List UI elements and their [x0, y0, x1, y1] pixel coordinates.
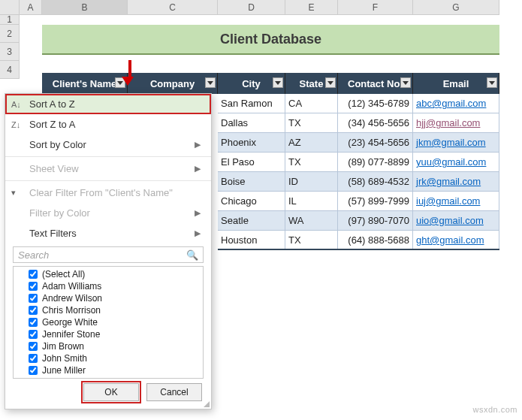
ok-button[interactable]: OK	[83, 383, 139, 401]
resize-grip-icon[interactable]	[204, 401, 210, 407]
cell-city[interactable]: San Ramon	[218, 94, 285, 113]
row-header-1[interactable]: 1	[0, 15, 20, 25]
cell-state[interactable]: TX	[285, 231, 338, 249]
email-link[interactable]: iuj@gmail.com	[416, 195, 480, 207]
cell-email[interactable]: hjj@gmail.com	[413, 113, 499, 132]
filter-check-item[interactable]: (Select All)	[29, 268, 203, 280]
filter-check-item[interactable]: Jennifer Stone	[29, 328, 203, 340]
row-header-2[interactable]: 2	[0, 25, 20, 43]
filter-search-input[interactable]: Search 🔍	[13, 246, 204, 263]
text-filters[interactable]: Text Filters ▶	[5, 223, 211, 243]
table-row[interactable]: BoiseID(58) 689-4532jrk@gmail.com	[218, 172, 499, 192]
menu-label: Text Filters	[29, 228, 77, 239]
cell-city[interactable]: El Paso	[218, 153, 285, 171]
col-header-d[interactable]: D	[218, 0, 285, 15]
filter-check-item[interactable]: John Smith	[29, 352, 203, 364]
filter-dropdown-contact[interactable]	[400, 77, 411, 88]
filter-checklist[interactable]: (Select All)Adam WilliamsAndrew WilsonCh…	[13, 266, 204, 379]
filter-check-item[interactable]: Chris Morrison	[29, 304, 203, 316]
filter-checkbox[interactable]	[29, 282, 38, 291]
filter-dropdown-state[interactable]	[325, 77, 336, 88]
cell-email[interactable]: jrk@gmail.com	[413, 172, 499, 191]
filter-dropdown-city[interactable]	[273, 77, 283, 88]
cell-city[interactable]: Dallas	[218, 113, 285, 132]
sort-z-to-a[interactable]: Z↓ Sort Z to A	[5, 114, 211, 134]
cell-contact[interactable]: (57) 899-7999	[338, 192, 413, 210]
table-row[interactable]: HoustonTX(64) 888-5688ght@gmail.com	[218, 231, 499, 250]
filter-check-item[interactable]: June Miller	[29, 364, 203, 376]
cell-city[interactable]: Houston	[218, 231, 285, 249]
cancel-button[interactable]: Cancel	[146, 383, 202, 401]
cell-city[interactable]: Chicago	[218, 192, 285, 210]
cell-email[interactable]: iuj@gmail.com	[413, 192, 499, 210]
table-row[interactable]: SeatleWA(97) 890-7070uio@gmail.com	[218, 211, 499, 231]
th-label: Client's Name	[53, 78, 116, 89]
cell-state[interactable]: TX	[285, 113, 338, 132]
email-link[interactable]: hjj@gmail.com	[416, 117, 480, 128]
cell-contact[interactable]: (89) 077-8899	[338, 153, 413, 171]
row-header-4[interactable]: 4	[0, 61, 20, 79]
th-label: Email	[443, 78, 469, 89]
filter-checkbox[interactable]	[29, 318, 38, 327]
cell-state[interactable]: IL	[285, 192, 338, 210]
col-header-e[interactable]: E	[285, 0, 338, 15]
col-header-b[interactable]: B	[42, 0, 128, 15]
cell-city[interactable]: Phoenix	[218, 133, 285, 152]
email-link[interactable]: yuu@gmail.com	[416, 156, 486, 168]
sort-by-color[interactable]: Sort by Color ▶	[5, 134, 211, 155]
cell-state[interactable]: TX	[285, 153, 338, 171]
table-row[interactable]: San RamonCA(12) 345-6789abc@gmail.com	[218, 94, 499, 113]
col-header-f[interactable]: F	[338, 0, 413, 15]
cell-city[interactable]: Boise	[218, 172, 285, 191]
email-link[interactable]: jrk@gmail.com	[416, 176, 481, 187]
row-header-3[interactable]: 3	[0, 43, 20, 61]
table-row[interactable]: PhoenixAZ(23) 454-5656jkm@gmail.com	[218, 133, 499, 153]
filter-check-item[interactable]: Adam Williams	[29, 280, 203, 292]
funnel-icon: ▾	[11, 188, 23, 198]
cell-email[interactable]: yuu@gmail.com	[413, 153, 499, 171]
email-link[interactable]: jkm@gmail.com	[416, 137, 486, 148]
cell-contact[interactable]: (64) 888-5688	[338, 231, 413, 249]
filter-checkbox[interactable]	[29, 306, 38, 315]
cell-contact[interactable]: (23) 454-5656	[338, 133, 413, 152]
table-row[interactable]: El PasoTX(89) 077-8899yuu@gmail.com	[218, 153, 499, 172]
table-row[interactable]: DallasTX(34) 456-5656hjj@gmail.com	[218, 113, 499, 133]
col-header-a[interactable]: A	[20, 0, 42, 15]
filter-checkbox[interactable]	[29, 366, 38, 375]
filter-check-item[interactable]: George White	[29, 316, 203, 328]
filter-checkbox[interactable]	[29, 330, 38, 339]
table-row[interactable]: ChicagoIL(57) 899-7999iuj@gmail.com	[218, 192, 499, 211]
email-link[interactable]: abc@gmail.com	[416, 98, 486, 109]
col-header-c[interactable]: C	[128, 0, 218, 15]
filter-check-item[interactable]: Andrew Wilson	[29, 292, 203, 304]
menu-button-row: OK Cancel	[5, 383, 211, 401]
filter-checkbox[interactable]	[29, 270, 38, 279]
cell-contact[interactable]: (97) 890-7070	[338, 211, 413, 230]
cell-contact[interactable]: (34) 456-5656	[338, 113, 413, 132]
cell-state[interactable]: AZ	[285, 133, 338, 152]
filter-checkbox[interactable]	[29, 354, 38, 363]
cell-state[interactable]: WA	[285, 211, 338, 230]
col-header-g[interactable]: G	[413, 0, 499, 15]
cell-email[interactable]: ght@gmail.com	[413, 231, 499, 249]
filter-checkbox[interactable]	[29, 294, 38, 303]
email-link[interactable]: ght@gmail.com	[416, 234, 484, 246]
submenu-arrow-icon: ▶	[195, 164, 201, 174]
cell-state[interactable]: ID	[285, 172, 338, 191]
cell-state[interactable]: CA	[285, 94, 338, 113]
filter-dropdown-email[interactable]	[487, 77, 497, 88]
filter-item-label: June Miller	[42, 365, 86, 376]
cell-city[interactable]: Seatle	[218, 211, 285, 230]
cell-contact[interactable]: (12) 345-6789	[338, 94, 413, 113]
sort-a-to-z[interactable]: A↓ Sort A to Z	[5, 94, 211, 114]
cell-contact[interactable]: (58) 689-4532	[338, 172, 413, 191]
cell-email[interactable]: abc@gmail.com	[413, 94, 499, 113]
filter-checkbox[interactable]	[29, 342, 38, 351]
cell-email[interactable]: jkm@gmail.com	[413, 133, 499, 152]
select-all-corner[interactable]	[0, 0, 20, 15]
filter-dropdown-company[interactable]	[205, 77, 216, 88]
cell-email[interactable]: uio@gmail.com	[413, 211, 499, 230]
email-link[interactable]: uio@gmail.com	[416, 215, 484, 226]
sort-desc-icon: Z↓	[11, 120, 23, 129]
filter-check-item[interactable]: Jim Brown	[29, 340, 203, 352]
